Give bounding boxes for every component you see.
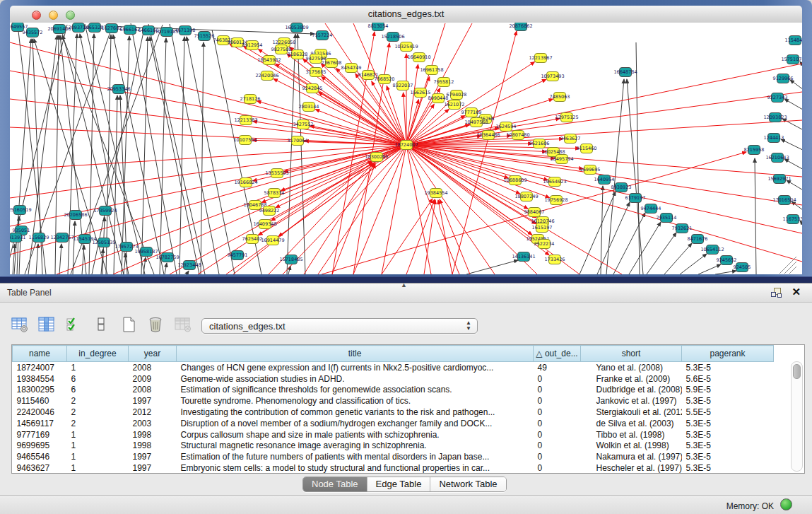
graph-node-12093823[interactable]: 12093823 <box>763 113 787 122</box>
column-header-title[interactable]: title <box>177 346 534 362</box>
graph-node-15218506[interactable]: 15218506 <box>381 33 404 42</box>
graph-node-1640954[interactable]: 1640954 <box>594 175 615 185</box>
graph-node-12213383[interactable]: 12213383 <box>234 116 257 125</box>
graph-node-19384554[interactable]: 19384554 <box>424 189 447 198</box>
splitter-handle-icon[interactable]: ▲ <box>401 281 407 288</box>
graph-node-19958187[interactable]: 19958187 <box>134 247 158 257</box>
table-cell[interactable]: 0 <box>534 373 581 385</box>
graph-node-1154840[interactable]: 1154840 <box>785 36 802 45</box>
graph-node-12342757[interactable]: 12342757 <box>50 233 73 243</box>
table-cell[interactable]: 14569117 <box>13 418 67 429</box>
table-cell[interactable]: 0 <box>534 440 581 452</box>
graph-node-9699695[interactable]: 9699695 <box>580 165 601 175</box>
tab-node-table[interactable]: Node Table <box>303 477 367 491</box>
citation-network-graph[interactable]: 2649557943557220691406209371410653287152… <box>10 23 802 274</box>
graph-node-15751074[interactable]: 15751074 <box>781 55 802 64</box>
rows-icon[interactable] <box>91 315 111 334</box>
table-cell[interactable]: Stergiakouli et al. (2012) <box>581 407 682 418</box>
graph-node-8471676[interactable]: 8471676 <box>688 235 708 244</box>
table-cell[interactable]: 0 <box>534 429 581 440</box>
delete-table-icon[interactable] <box>146 315 165 334</box>
table-cell[interactable]: 19384554 <box>13 373 67 385</box>
graph-node-8186328[interactable]: 8186328 <box>288 50 308 59</box>
table-cell[interactable]: 2 <box>67 395 129 407</box>
graph-node-8621606[interactable]: 8621606 <box>529 139 550 148</box>
graph-node-22420046[interactable]: 22420046 <box>255 71 278 81</box>
graph-node-18807249[interactable]: 18807249 <box>514 192 538 201</box>
table-cell[interactable]: 0 <box>534 407 581 418</box>
graph-node-9227343[interactable]: 9227343 <box>767 93 788 103</box>
table-cell[interactable]: 18724007 <box>13 362 67 373</box>
table-cell[interactable]: Estimation of the future numbers of pati… <box>177 451 534 462</box>
scrollbar-thumb[interactable] <box>793 364 801 379</box>
table-cell[interactable]: Tourette syndrome. Phenomenology and cla… <box>177 395 534 407</box>
graph-node-7625402[interactable]: 7625402 <box>242 235 263 244</box>
table-cell[interactable]: 0 <box>534 451 581 462</box>
table-cell[interactable]: 49 <box>534 362 581 373</box>
graph-node-19654923[interactable]: 19654923 <box>543 177 566 187</box>
column-header-in_degree[interactable]: in_degree <box>67 346 129 362</box>
graph-node-924505[interactable]: 924505 <box>734 263 751 272</box>
table-cell[interactable]: 2008 <box>129 362 177 373</box>
graph-node-2803144[interactable]: 2803144 <box>299 103 319 112</box>
graph-node-15718485[interactable]: 15718485 <box>279 255 302 264</box>
graph-node-9115460[interactable]: 9115460 <box>577 144 597 153</box>
table-cell[interactable]: 1 <box>67 429 129 440</box>
graph-node-9498222[interactable]: 9498222 <box>259 206 280 216</box>
table-cell[interactable]: Genome-wide association studies in ADHD. <box>177 373 534 385</box>
graph-node-3913931[interactable]: 3913931 <box>10 233 25 243</box>
table-cell[interactable]: 5.3E-5 <box>682 395 774 407</box>
graph-node-25160519[interactable]: 25160519 <box>10 206 32 215</box>
select-columns-icon[interactable] <box>64 315 84 334</box>
graph-node-9457791[interactable]: 9457791 <box>228 251 248 260</box>
column-header-pagerank[interactable]: pagerank <box>682 346 774 362</box>
graph-node-7955812[interactable]: 7955812 <box>434 78 454 87</box>
graph-node-8912954[interactable]: 8912954 <box>242 41 263 50</box>
table-cell[interactable]: 5.3E-5 <box>682 462 774 474</box>
table-cell[interactable]: 5.6E-5 <box>682 373 774 385</box>
graph-node-2935114[interactable]: 2935114 <box>657 214 677 223</box>
table-cell[interactable]: 5.3E-5 <box>682 440 774 452</box>
graph-node-12975125[interactable]: 12975125 <box>555 113 578 122</box>
graph-node-6794028[interactable]: 6794028 <box>447 90 467 100</box>
graph-node-1733426[interactable]: 1733426 <box>545 255 565 264</box>
graph-node-1527602[interactable]: 1527602 <box>102 24 122 33</box>
table-cell[interactable]: Investigating the contribution of common… <box>177 407 534 418</box>
graph-node-19166824[interactable]: 19166824 <box>234 178 257 187</box>
graph-node-7932621[interactable]: 7932621 <box>672 224 693 233</box>
table-cell[interactable]: 6 <box>67 373 129 385</box>
close-panel-icon[interactable]: ✕ <box>792 286 801 298</box>
graph-node-10107554[interactable]: 10107554 <box>233 136 257 145</box>
graph-node-16210643[interactable]: 16210643 <box>765 153 789 163</box>
table-cell[interactable]: 1 <box>67 462 129 474</box>
table-cell[interactable]: de Silva et al. (2003) <box>581 418 682 429</box>
table-cell[interactable]: 5.3E-5 <box>682 429 774 440</box>
graph-node-7568520[interactable]: 7568520 <box>375 75 395 84</box>
table-cell[interactable]: Changes of HCN gene expression and I(f) … <box>177 362 534 373</box>
table-cell[interactable]: 18300295 <box>13 385 67 396</box>
table-cell[interactable]: Yano et al. (2008) <box>581 362 682 373</box>
graph-node-16961758[interactable]: 16961758 <box>420 66 443 75</box>
table-cell[interactable]: 0 <box>534 418 581 429</box>
graph-node-8454749[interactable]: 8454749 <box>341 64 362 73</box>
table-cell[interactable]: 1 <box>67 451 129 462</box>
graph-node-1621072[interactable]: 1621072 <box>445 100 465 110</box>
table-cell[interactable]: 2012 <box>129 407 177 418</box>
graph-node-13535593[interactable]: 13535593 <box>265 169 288 178</box>
graph-node-10654112[interactable]: 10654112 <box>700 245 724 255</box>
table-cell[interactable]: 1 <box>67 362 129 373</box>
table-scrollbar[interactable] <box>791 361 803 472</box>
graph-node-12505135[interactable]: 12505135 <box>92 238 115 247</box>
table-cell[interactable]: 2009 <box>129 373 177 385</box>
table-cell[interactable]: 0 <box>534 462 581 474</box>
graph-node-12213967[interactable]: 12213967 <box>529 54 552 63</box>
graph-node-7557224[interactable]: 7557224 <box>312 31 333 40</box>
table-column-icon[interactable] <box>37 315 57 334</box>
table-cell[interactable]: 1997 <box>129 462 177 474</box>
graph-node-1167533[interactable]: 1167533 <box>783 215 802 224</box>
table-cell[interactable]: 2 <box>67 418 129 429</box>
resize-grip-icon[interactable] <box>779 257 796 274</box>
table-row[interactable]: 1456911722003Disruption of a novel membe… <box>13 418 792 429</box>
table-cell[interactable]: Corpus callosum shape and size in male p… <box>177 429 534 440</box>
column-header-out_de[interactable]: △ out_de... <box>534 346 581 362</box>
